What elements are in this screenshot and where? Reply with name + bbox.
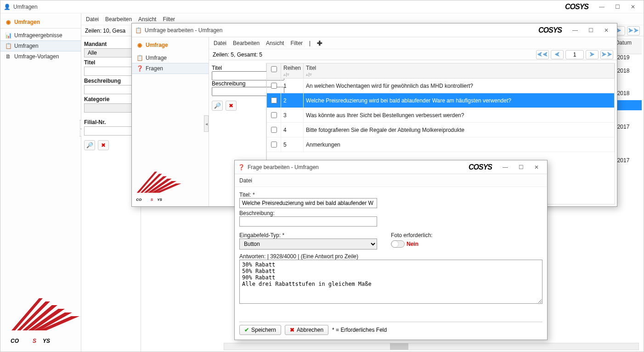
d2-eingabe-select[interactable]: Button [239,238,377,250]
main-titlebar: 👤 Umfragen COSYS — ☐ ✕ [0,0,644,13]
required-note: * = Erforderliches Feld [332,327,387,333]
filter-filial-input[interactable] [84,126,138,136]
save-button[interactable]: ✔Speichern [239,325,281,335]
table-row[interactable]: 4Bitte fotografieren Sie die Regale der … [267,123,615,137]
filter-search-button[interactable]: 🔎 [84,140,95,150]
d2-minimize-button[interactable]: — [497,162,513,172]
question-icon: ❓ [136,65,143,72]
sidebar-header[interactable]: ◉ Umfragen [0,16,81,28]
maximize-button[interactable]: ☐ [610,2,625,12]
d2-titel-label: Titel: * [239,192,542,198]
d2-close-button[interactable]: ✕ [529,162,544,172]
d2-footer: ✔Speichern ✖Abbrechen * = Erforderliches… [239,322,542,335]
d2-beschreibung-label: Beschreibung: [239,210,542,216]
clipboard-icon: 📋 [135,27,142,34]
menu-bearbeiten[interactable]: Bearbeiten [105,16,132,23]
clipboard-icon: 📋 [5,43,11,49]
d1-sidebar-collapse-handle[interactable]: ◂ [204,115,209,132]
d1-sidebar-item-label: Umfrage [146,55,167,61]
d1-maximize-button[interactable]: ☐ [583,25,599,35]
d1-menu-datei[interactable]: Datei [214,40,226,46]
d2-eingabe-label: Eingabefeld-Typ: * [239,232,377,238]
circle-arrow-icon: ◉ [5,19,11,25]
row-checkbox[interactable] [271,97,277,103]
d1-sidebar-header[interactable]: ◉ Umfrage [132,39,209,51]
svg-text:CO: CO [11,338,19,344]
cancel-button[interactable]: ✖Abbrechen [285,325,328,335]
filter-beschreibung-input[interactable] [84,85,138,94]
select-all-checkbox[interactable] [271,66,277,72]
d2-antworten-textarea[interactable] [239,260,542,304]
d1-title: Umfrage bearbeiten - Umfragen [145,27,538,34]
table-row[interactable]: 5Anmerkungen [267,137,615,152]
d1-filter-search-button[interactable]: 🔎 [212,101,223,111]
d1-menu-filter[interactable]: Filter [290,40,303,46]
close-button[interactable]: ✕ [625,2,641,12]
filter-clear-button[interactable]: ✖ [98,140,109,150]
sidebar-item-ergebnisse[interactable]: 📊 Umfrageergebnisse [0,30,81,40]
menu-datei[interactable]: Datei [86,16,99,23]
d2-foto-toggle[interactable] [391,240,405,248]
sidebar-item-vorlagen[interactable]: 🗎 Umfrage-Vorlagen [0,51,81,62]
circle-arrow-icon: ◉ [136,42,143,48]
d2-foto-label: Foto erforderlich: [391,232,433,238]
d1-sidebar-item-umfrage[interactable]: 📋 Umfrage [132,53,209,63]
svg-text:YS: YS [43,338,50,344]
col-header-titel[interactable]: Titel▵ | ▿ [304,63,615,79]
d1-close-button[interactable]: ✕ [599,25,614,35]
cosys-logo: CO S YS [134,169,182,205]
col-header-reihen[interactable]: Reihen▵ | ▿ [281,63,304,79]
window-title: Umfragen [13,4,565,10]
row-checkbox[interactable] [271,127,277,133]
table-row-selected[interactable]: 2Welche Preisreduzierung wird bei bald a… [267,93,615,108]
menu-ansicht[interactable]: Ansicht [138,16,156,23]
filter-kategorie-select[interactable] [84,103,138,113]
sidebar-item-umfragen[interactable]: 📋 Umfragen [0,40,81,51]
brand-logo-text: COSYS [565,3,588,11]
d1-titlebar: 📋 Umfrage bearbeiten - Umfragen COSYS — … [132,23,617,37]
filter-mandant-label: Mandant [84,41,138,47]
table-row[interactable]: 3Was könnte aus Ihrer Sicht bei Bestellu… [267,108,615,123]
d1-grid-status: Zeilen: 5, Gesamt: 5 ⮜⮜ ⮜ ⮞ ⮞⮞ [209,49,617,60]
d1-filter-titel-label: Titel [212,65,222,71]
d2-antworten-label: Antworten: | 3928/4000 | (Eine Antwort p… [239,253,542,260]
check-icon: ✔ [244,327,249,333]
filter-titel-input[interactable] [84,67,138,76]
d1-filter-clear-button[interactable]: ✖ [226,101,237,111]
pager-page-input[interactable] [565,50,584,59]
minimize-button[interactable]: — [594,2,610,12]
svg-text:CO: CO [136,198,141,202]
d2-menu-datei[interactable]: Datei [239,177,252,184]
pager-prev-button[interactable]: ⮜ [551,50,564,59]
d2-titlebar: ❓ Frage bearbeiten - Umfragen COSYS — ☐ … [235,160,547,174]
filter-mandant-select[interactable]: Alle [84,48,138,57]
template-icon: 🗎 [5,53,11,60]
d1-sidebar-item-fragen[interactable]: ❓ Fragen [132,63,209,74]
d1-minimize-button[interactable]: — [567,25,583,35]
horizontal-scrollbar[interactable] [224,343,639,350]
row-checkbox[interactable] [271,112,277,118]
filter-kategorie-label: Kategorie [84,96,138,102]
d2-beschreibung-input[interactable] [239,216,377,227]
row-checkbox[interactable] [271,83,277,89]
cosys-logo: CO S YS [7,296,80,348]
d2-maximize-button[interactable]: ☐ [513,162,529,172]
d1-menu-bearbeiten[interactable]: Bearbeiten [233,40,260,46]
pager-last-button[interactable]: ⮞⮞ [600,50,613,59]
d2-titel-input[interactable] [239,198,377,208]
add-button[interactable]: ✚ [317,40,322,47]
sidebar-item-label: Umfragen [14,43,39,49]
d1-pager: ⮜⮜ ⮜ ⮞ ⮞⮞ [536,50,613,59]
pager-next-button[interactable]: ⮞ [586,50,599,59]
filter-beschreibung-label: Beschreibung [84,78,138,84]
results-icon: 📊 [5,32,11,39]
sidebar-item-label: Umfrageergebnisse [14,32,62,39]
row-checkbox[interactable] [271,142,277,148]
table-row[interactable]: 1An welchen Wochentagen wird für gewöhnl… [267,79,615,93]
d1-menubar: Datei Bearbeiten Ansicht Filter | ✚ [209,37,617,49]
menu-filter[interactable]: Filter [163,16,175,23]
pager-first-button[interactable]: ⮜⮜ [536,50,549,59]
pager-last-button[interactable]: ⮞⮞ [627,26,640,35]
d2-menubar: Datei [235,174,547,187]
d1-menu-ansicht[interactable]: Ansicht [266,40,284,46]
